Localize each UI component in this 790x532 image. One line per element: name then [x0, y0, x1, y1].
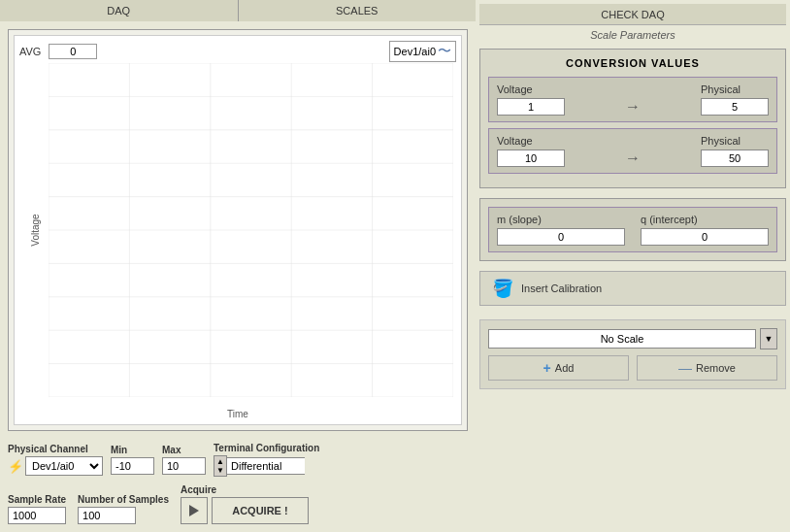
wave-icon: 〜 [438, 43, 451, 60]
physical-input-1[interactable] [701, 98, 769, 116]
remove-button[interactable]: — Remove [637, 355, 777, 381]
play-button[interactable] [181, 497, 208, 524]
terminal-input: Differential [227, 457, 305, 475]
channel-select-row: ⚡ Dev1/ai0 [8, 456, 103, 476]
channel-select[interactable]: Dev1/ai0 [25, 456, 103, 476]
conversion-row-1: Voltage → Physical [488, 77, 777, 122]
tab-daq[interactable]: DAQ [0, 0, 239, 21]
voltage-input-1[interactable] [497, 98, 565, 116]
intercept-group: q (intercept) [641, 214, 769, 246]
num-samples-group: Number of Samples [78, 494, 169, 524]
intercept-label: q (intercept) [641, 214, 769, 225]
plus-icon: + [543, 360, 551, 376]
sample-rate-input[interactable] [8, 507, 66, 524]
y-axis-label: Voltage [30, 214, 41, 246]
physical-label-2: Physical [701, 135, 741, 147]
min-group: Min [111, 445, 154, 475]
tab-check-daq[interactable]: CHECK DAQ [479, 4, 786, 25]
sample-rate-label: Sample Rate [8, 494, 66, 505]
acquire-group: Acquire ACQUIRE ! [181, 484, 309, 524]
tab-bar: DAQ SCALES [0, 0, 476, 21]
right-panel: CHECK DAQ Scale Parameters CONVERSION VA… [476, 0, 790, 532]
voltage-label-1: Voltage [497, 83, 533, 95]
arrow-icon-2: → [625, 150, 641, 167]
voltage-group-2: Voltage [497, 135, 565, 167]
max-group: Max [162, 445, 206, 475]
channel-label: Physical Channel [8, 444, 103, 454]
dev-selector[interactable]: Dev1/ai0 〜 [389, 41, 456, 62]
controls-row-2: Sample Rate Number of Samples Acquire AC… [0, 481, 476, 532]
slope-row: m (slope) q (intercept) [488, 207, 777, 252]
voltage-input-2[interactable] [497, 150, 565, 167]
play-triangle-icon [189, 505, 199, 516]
min-input[interactable] [111, 457, 154, 475]
slope-box: m (slope) q (intercept) [479, 198, 786, 261]
conversion-box: CONVERSION VALUES Voltage → Physical [479, 49, 786, 188]
check-daq-panel: Scale Parameters CONVERSION VALUES Volta… [479, 29, 786, 528]
sample-rate-group: Sample Rate [8, 494, 66, 524]
slope-label: m (slope) [497, 214, 625, 225]
calibration-button[interactable]: 🪣 Insert Calibration [479, 271, 786, 306]
chart-header: AVG 0 Dev1/ai0 〜 [19, 41, 456, 62]
num-samples-input[interactable] [78, 507, 136, 524]
avg-label: AVG [19, 46, 41, 57]
calibration-icon: 🪣 [492, 278, 513, 299]
minus-icon: — [678, 360, 692, 376]
physical-group-2: Physical [701, 135, 769, 167]
terminal-label: Terminal Configuration [214, 443, 319, 453]
scale-params-label: Scale Parameters [479, 29, 786, 41]
slope-group: m (slope) [497, 214, 625, 246]
dropdown-button[interactable]: ▼ [760, 328, 777, 349]
voltage-label-2: Voltage [497, 135, 533, 147]
max-input[interactable] [162, 457, 206, 475]
right-tab-bar: CHECK DAQ [479, 4, 786, 25]
intercept-input[interactable] [641, 228, 769, 246]
stepper-up-btn[interactable]: ▲▼ [214, 455, 227, 477]
add-button[interactable]: + Add [488, 355, 629, 381]
num-samples-label: Number of Samples [78, 494, 169, 505]
channel-group: Physical Channel ⚡ Dev1/ai0 [8, 444, 103, 476]
acquire-button[interactable]: ACQUIRE ! [212, 497, 309, 524]
left-panel: DAQ SCALES AVG 0 Dev1/ai0 〜 [0, 0, 476, 532]
conversion-row-2: Voltage → Physical [488, 128, 777, 174]
avg-value: 0 [49, 44, 97, 59]
channel-icon: ⚡ [8, 459, 23, 474]
slope-input[interactable] [497, 228, 625, 246]
physical-input-2[interactable] [701, 150, 769, 167]
tab-scales[interactable]: SCALES [239, 0, 477, 21]
voltage-group-1: Voltage [497, 83, 565, 116]
chart-inner: AVG 0 Dev1/ai0 〜 Voltage Time [14, 35, 462, 425]
conversion-title: CONVERSION VALUES [488, 57, 777, 69]
stepper-select: ▲▼ Differential [214, 455, 319, 477]
physical-group-1: Physical [701, 83, 769, 116]
chart-svg: 10 8 6 4 2 0 -2 -4 -6 -8 -10 0 0,02 0,04… [49, 63, 453, 397]
x-axis-label: Time [227, 409, 248, 419]
terminal-group: Terminal Configuration ▲▼ Differential [214, 443, 319, 477]
min-label: Min [111, 445, 154, 455]
scale-select-row: No Scale ▼ [488, 328, 777, 349]
no-scale-display: No Scale [488, 329, 756, 349]
acquire-label: Acquire [181, 484, 309, 495]
arrow-icon-1: → [625, 98, 641, 116]
controls-row-1: Physical Channel ⚡ Dev1/ai0 Min Max Term… [0, 439, 476, 481]
add-remove-row: + Add — Remove [488, 355, 777, 381]
max-label: Max [162, 445, 206, 455]
chart-area: AVG 0 Dev1/ai0 〜 Voltage Time [8, 29, 468, 431]
scale-panel: No Scale ▼ + Add — Remove [479, 319, 786, 389]
physical-label-1: Physical [701, 83, 741, 95]
